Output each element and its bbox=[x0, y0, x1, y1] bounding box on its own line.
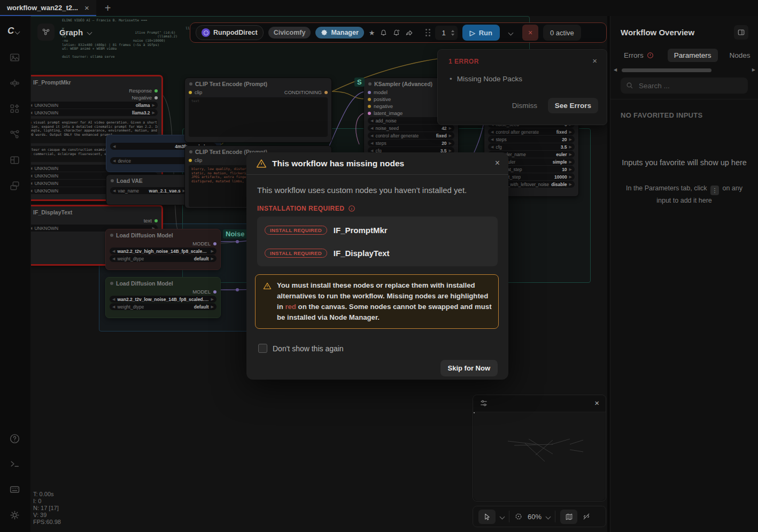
panel-toggle-icon[interactable] bbox=[734, 25, 748, 40]
link-visibility-icon[interactable] bbox=[582, 512, 591, 521]
node-widget[interactable]: ◀steps20▶ bbox=[488, 136, 575, 143]
perf-stats: T: 0.00sI: 0N: 17 [17]V: 39FPS:60.98 bbox=[33, 491, 61, 526]
toast-close-icon[interactable]: × bbox=[592, 56, 597, 65]
tool-chevron-icon[interactable] bbox=[500, 514, 505, 519]
dialog-close-icon[interactable]: × bbox=[495, 158, 500, 168]
node-title: Load Diffusion Model bbox=[106, 277, 220, 288]
minimap-close-icon[interactable]: × bbox=[594, 398, 599, 407]
node-widget[interactable]: ◀UNKNOWNollama▶ bbox=[30, 102, 158, 109]
graph-icon[interactable] bbox=[37, 24, 55, 41]
error-badge-icon bbox=[647, 52, 654, 59]
clear-queue-button[interactable]: × bbox=[522, 25, 538, 41]
checkbox[interactable] bbox=[258, 344, 267, 353]
skip-for-now-button[interactable]: Skip for Now bbox=[440, 360, 498, 376]
active-jobs-button[interactable]: 0 active bbox=[543, 25, 581, 41]
install-required-badge: INSTALL REQUIRED bbox=[265, 249, 327, 258]
missing-nodes-list: INSTALL REQUIRED IF_PromptMkr INSTALL RE… bbox=[257, 217, 498, 266]
install-required-badge: INSTALL REQUIRED bbox=[265, 226, 327, 235]
node-widget[interactable]: ◀steps20▶ bbox=[368, 140, 454, 147]
fit-view-icon[interactable] bbox=[514, 512, 523, 521]
media-assets-icon[interactable] bbox=[9, 52, 20, 63]
node-widget[interactable]: ◀weight_dtypedefault▶ bbox=[110, 255, 216, 262]
scroll-left-icon[interactable]: ◀ bbox=[614, 67, 617, 72]
node-load-vae[interactable]: Load VAE◀vae_namewan_2.1_vae.s▶ bbox=[106, 174, 192, 205]
scrollbar-thumb[interactable] bbox=[622, 68, 711, 72]
search-icon bbox=[626, 82, 633, 89]
missing-node-row: INSTALL REQUIRED IF_PromptMkr bbox=[265, 226, 388, 235]
model-library-icon[interactable] bbox=[9, 103, 20, 114]
minimap-toggle-icon[interactable] bbox=[560, 510, 577, 524]
new-tab-button[interactable]: + bbox=[105, 2, 111, 14]
minimap-panel: × bbox=[473, 395, 606, 502]
node-clip-text-encode-1[interactable]: CLIP Text Encode (Prompt)clipCONDITIONIN… bbox=[184, 78, 332, 143]
node-widget[interactable]: ◀wan2.2_t2v_high_noise_14B_fp8_scaled.sa… bbox=[110, 248, 216, 255]
shortcuts-keyboard-icon[interactable] bbox=[9, 484, 20, 495]
stepper-arrows[interactable] bbox=[451, 30, 454, 36]
node-widget[interactable]: ◀cfg3.5▶ bbox=[488, 143, 575, 150]
batch-count-stepper[interactable]: 1 bbox=[435, 26, 457, 40]
group-title-label: Noise bbox=[223, 229, 247, 238]
tabs-scrollbar[interactable]: ◀ ▶ bbox=[610, 68, 758, 73]
node-widget[interactable]: ◀noise_seed42▶ bbox=[368, 125, 454, 132]
help-icon[interactable] bbox=[9, 433, 20, 444]
nodes-library-icon[interactable] bbox=[9, 78, 20, 89]
templates-icon[interactable] bbox=[9, 180, 20, 191]
chevron-down-icon bbox=[15, 29, 20, 34]
run-button[interactable]: ▷ Run bbox=[462, 25, 500, 41]
manager-button[interactable]: Manager bbox=[315, 27, 363, 38]
zoom-level[interactable]: 60% bbox=[528, 513, 542, 521]
pointer-tool-button[interactable] bbox=[478, 510, 496, 524]
workflows-icon[interactable] bbox=[9, 129, 20, 140]
chevron-down-icon[interactable] bbox=[87, 29, 92, 35]
layout-icon[interactable] bbox=[9, 155, 20, 166]
search-box[interactable] bbox=[621, 78, 748, 94]
stat-line: T: 0.00s bbox=[33, 491, 61, 498]
minimap-canvas[interactable] bbox=[474, 412, 605, 500]
missing-nodes-dialog: This workflow has missing nodes × This w… bbox=[246, 152, 508, 380]
civicomfy-button[interactable]: Civicomfy bbox=[268, 27, 311, 38]
minimap-viewport[interactable] bbox=[474, 412, 475, 413]
node-widget[interactable]: ◀vae_namewan_2.1_vae.s▶ bbox=[110, 187, 188, 194]
terminal-icon[interactable] bbox=[9, 458, 20, 469]
graph-breadcrumb-label[interactable]: Graph bbox=[59, 28, 83, 37]
share-icon[interactable] bbox=[405, 29, 413, 37]
dont-show-again-checkbox[interactable]: Don't show this again bbox=[258, 344, 344, 353]
tab-nodes[interactable]: Nodes bbox=[730, 51, 751, 59]
missing-node-row: INSTALL REQUIRED IF_DisplayText bbox=[265, 249, 390, 258]
stat-line: V: 39 bbox=[33, 512, 61, 519]
minimap-settings-icon[interactable] bbox=[479, 399, 488, 407]
run-options-chevron[interactable] bbox=[505, 25, 517, 41]
toolbar-drag-handle[interactable] bbox=[426, 29, 430, 36]
see-errors-button[interactable]: See Errors bbox=[548, 98, 598, 113]
workflow-tab[interactable]: workflow_wan22_t2... × bbox=[0, 0, 96, 16]
node-title: Load VAE bbox=[106, 175, 192, 186]
bell-alt-icon[interactable] bbox=[392, 29, 400, 37]
dialog-body-text: This workflow uses custom nodes you have… bbox=[257, 186, 467, 195]
bell-icon[interactable] bbox=[380, 29, 388, 37]
node-load-diffusion-model-1[interactable]: Load Diffusion ModelMODEL◀wan2.2_t2v_hig… bbox=[105, 229, 221, 270]
kebab-menu-icon: ⋮ bbox=[710, 186, 719, 195]
tab-bar: workflow_wan22_t2... × + bbox=[0, 0, 758, 16]
tab-parameters[interactable]: Parameters bbox=[668, 49, 718, 62]
node-textarea[interactable]: text bbox=[189, 97, 328, 137]
zoom-chevron-icon[interactable] bbox=[546, 514, 551, 519]
node-widget[interactable]: ◀wan2.2_t2v_low_noise_14B_fp8_scaled.saf… bbox=[110, 296, 216, 303]
error-toast-item: Missing Node Packs bbox=[450, 75, 522, 83]
node-widget[interactable]: ◀control after generatefixed▶ bbox=[368, 132, 454, 139]
red-highlight-word: red bbox=[285, 303, 296, 311]
search-input[interactable] bbox=[638, 81, 736, 90]
stat-line: FPS:60.98 bbox=[33, 519, 61, 526]
node-widget[interactable]: ◀weight_dtypedefault▶ bbox=[110, 303, 216, 310]
node-load-diffusion-model-2[interactable]: Load Diffusion ModelMODEL◀wan2.2_t2v_low… bbox=[105, 277, 221, 318]
tab-close-icon[interactable]: × bbox=[84, 3, 89, 12]
scroll-right-icon[interactable]: ▶ bbox=[752, 67, 755, 72]
node-widget[interactable]: ◀UNKNOWNllama3.2▶ bbox=[30, 109, 158, 116]
runpod-direct-button[interactable]: RunpodDirect bbox=[196, 25, 264, 40]
dismiss-button[interactable]: Dismiss bbox=[512, 102, 537, 110]
node-widget[interactable]: ◀control after generatefixed▶ bbox=[488, 128, 575, 135]
settings-gear-icon[interactable] bbox=[9, 510, 20, 521]
star-icon[interactable]: ★ bbox=[369, 29, 375, 37]
comfyui-logo[interactable]: C bbox=[7, 26, 19, 36]
breadcrumb[interactable]: Graph bbox=[37, 24, 91, 41]
tab-errors[interactable]: Errors bbox=[624, 51, 654, 59]
